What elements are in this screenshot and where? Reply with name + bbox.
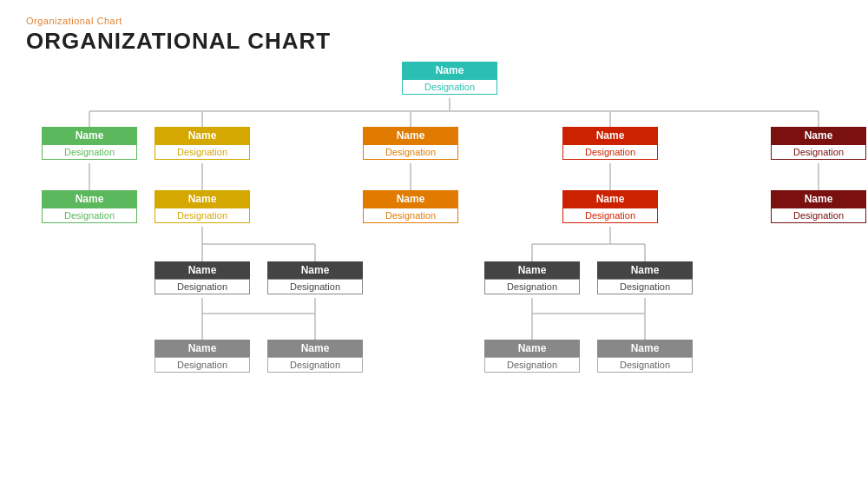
l1-node-2-name: Name xyxy=(155,127,250,144)
l2-node-3-name: Name xyxy=(363,190,458,208)
l3-node-3: Name Designation xyxy=(484,261,580,294)
l2-node-4: Name Designation xyxy=(562,190,658,223)
l2-node-3-designation: Designation xyxy=(363,208,458,223)
l1-node-5: Name Designation xyxy=(771,127,866,160)
l1-node-5-designation: Designation xyxy=(771,144,866,160)
l2-node-4-designation: Designation xyxy=(562,208,658,223)
l3-node-3-designation: Designation xyxy=(484,279,580,294)
l4-node-2-name: Name xyxy=(267,340,363,357)
l2-node-2-designation: Designation xyxy=(155,208,250,223)
page-title: ORGANIZATIONAL CHART xyxy=(26,28,842,55)
l1-node-1: Name Designation xyxy=(42,127,137,160)
l1-node-4-name: Name xyxy=(562,127,658,144)
l1-node-5-name: Name xyxy=(771,127,866,144)
l3-node-1: Name Designation xyxy=(155,261,250,294)
l1-node-3-designation: Designation xyxy=(363,144,458,160)
l1-node-1-name: Name xyxy=(42,127,137,144)
l2-node-3: Name Designation xyxy=(363,190,458,223)
l3-node-1-name: Name xyxy=(155,261,250,279)
l3-node-4: Name Designation xyxy=(597,261,693,294)
root-node: Name Designation xyxy=(402,62,497,95)
page: Organizational Chart ORGANIZATIONAL CHAR… xyxy=(0,0,868,489)
l4-node-2: Name Designation xyxy=(267,340,363,373)
l2-node-5: Name Designation xyxy=(771,190,866,223)
l2-node-1-designation: Designation xyxy=(42,208,137,223)
l1-node-4: Name Designation xyxy=(562,127,658,160)
l2-node-4-name: Name xyxy=(562,190,658,208)
l1-node-3-name: Name xyxy=(363,127,458,144)
l2-node-2-name: Name xyxy=(155,190,250,208)
l3-node-2-name: Name xyxy=(267,261,363,279)
l4-node-1-name: Name xyxy=(155,340,250,357)
l3-node-2: Name Designation xyxy=(267,261,363,294)
l2-node-2: Name Designation xyxy=(155,190,250,223)
l1-node-3: Name Designation xyxy=(363,127,458,160)
l4-node-3-name: Name xyxy=(484,340,580,357)
l2-node-5-designation: Designation xyxy=(771,208,866,223)
l1-node-4-designation: Designation xyxy=(562,144,658,160)
l3-node-3-name: Name xyxy=(484,261,580,279)
connectors-svg xyxy=(26,62,842,461)
chart-area: Name Designation Name Designation Name D… xyxy=(26,62,842,461)
l4-node-1: Name Designation xyxy=(155,340,250,373)
l4-node-3: Name Designation xyxy=(484,340,580,373)
root-node-designation: Designation xyxy=(402,79,497,95)
l1-node-2-designation: Designation xyxy=(155,144,250,160)
l4-node-1-designation: Designation xyxy=(155,357,250,373)
l3-node-4-name: Name xyxy=(597,261,693,279)
l4-node-4-name: Name xyxy=(597,340,693,357)
l3-node-1-designation: Designation xyxy=(155,279,250,294)
root-node-name: Name xyxy=(402,62,497,79)
l2-node-1-name: Name xyxy=(42,190,137,208)
l3-node-4-designation: Designation xyxy=(597,279,693,294)
l4-node-3-designation: Designation xyxy=(484,357,580,373)
l4-node-4: Name Designation xyxy=(597,340,693,373)
l4-node-4-designation: Designation xyxy=(597,357,693,373)
l3-node-2-designation: Designation xyxy=(267,279,363,294)
l4-node-2-designation: Designation xyxy=(267,357,363,373)
l2-node-5-name: Name xyxy=(771,190,866,208)
l1-node-2: Name Designation xyxy=(155,127,250,160)
page-subtitle: Organizational Chart xyxy=(26,16,842,26)
l1-node-1-designation: Designation xyxy=(42,144,137,160)
l2-node-1: Name Designation xyxy=(42,190,137,223)
